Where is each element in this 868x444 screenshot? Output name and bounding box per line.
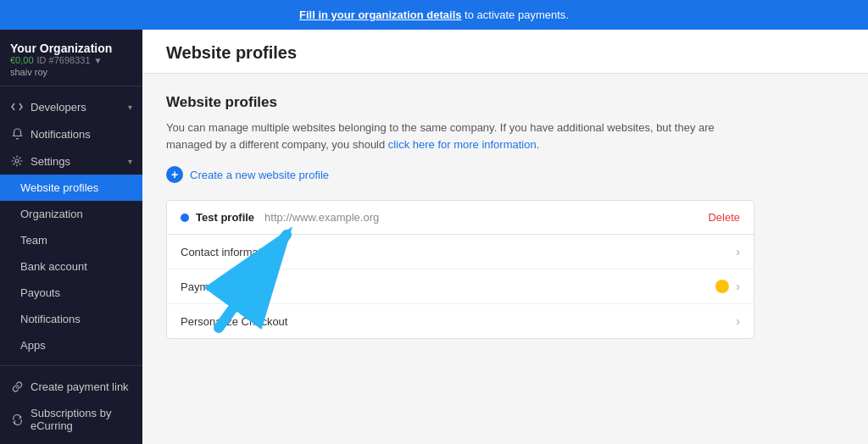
sidebar-item-apps[interactable]: Apps xyxy=(0,332,142,358)
profile-status-dot xyxy=(181,214,189,222)
sidebar-item-label: Developers xyxy=(31,101,86,114)
link-icon xyxy=(10,380,24,393)
section-description: You can manage multiple websites belongi… xyxy=(166,119,754,153)
sidebar-item-settings[interactable]: Settings ▾ xyxy=(0,147,142,175)
content-area: Website profiles Website profiles You ca… xyxy=(142,30,868,444)
sidebar-item-organization[interactable]: Organization xyxy=(0,201,142,227)
chevron-right-icon: › xyxy=(736,245,740,258)
sidebar-item-subscriptions[interactable]: Subscriptions by eCurring xyxy=(0,400,142,439)
sidebar-item-developers[interactable]: Developers ▾ xyxy=(0,93,142,120)
create-profile-label: Create a new website profile xyxy=(190,169,329,181)
code-icon xyxy=(10,100,24,114)
sidebar-item-label: Team xyxy=(20,234,47,247)
sidebar-item-label: Notifications xyxy=(31,128,91,141)
profile-row-label: Personalize Checkout xyxy=(181,315,736,328)
sidebar-item-team[interactable]: Team xyxy=(0,227,142,253)
activation-banner: Fill in your organization details to act… xyxy=(0,0,868,30)
sidebar-item-label: Organization xyxy=(20,208,83,220)
org-section[interactable]: Your Organization €0,00 ID #7698331 ▼ sh… xyxy=(0,30,142,86)
sidebar-item-visit-help[interactable]: ? Visit help center xyxy=(0,439,142,444)
sidebar: Your Organization €0,00 ID #7698331 ▼ sh… xyxy=(0,30,142,444)
profile-row-contact[interactable]: Contact information › xyxy=(167,235,754,269)
chevron-down-icon: ▼ xyxy=(94,56,103,65)
sidebar-item-label: Payouts xyxy=(20,286,60,299)
profile-row-label: Payment methods xyxy=(181,280,710,293)
sidebar-item-label: Subscriptions by eCurring xyxy=(31,407,132,432)
sidebar-item-label: Create payment link xyxy=(31,380,129,393)
svg-point-0 xyxy=(15,159,19,163)
sidebar-nav: Developers ▾ Notifications Settings ▾ xyxy=(0,86,142,365)
profile-row-label: Contact information xyxy=(181,246,736,258)
sidebar-item-label: Apps xyxy=(20,339,46,352)
profile-header: Test profile http://www.example.org Dele… xyxy=(167,201,754,235)
gear-icon xyxy=(10,154,24,168)
plus-icon: + xyxy=(166,166,183,183)
content-inner: Website profiles You can manage multiple… xyxy=(142,74,778,359)
sidebar-item-create-payment-link[interactable]: Create payment link xyxy=(0,373,142,400)
sidebar-item-notifications-sub[interactable]: Notifications xyxy=(0,306,142,332)
sidebar-item-label: Notifications xyxy=(20,313,81,325)
activation-link[interactable]: Fill in your organization details xyxy=(299,8,461,21)
profile-delete-button[interactable]: Delete xyxy=(708,211,740,224)
org-id: ID #7698331 xyxy=(37,55,91,65)
org-user: shaiv roy xyxy=(10,67,132,77)
profile-url: http://www.example.org xyxy=(264,211,379,224)
sidebar-item-bank-account[interactable]: Bank account xyxy=(0,253,142,280)
profile-row-personalize[interactable]: Personalize Checkout › xyxy=(167,304,754,338)
bell-icon xyxy=(10,127,24,141)
chevron-right-icon: › xyxy=(736,314,740,328)
chevron-right-icon: ▾ xyxy=(128,103,132,112)
warning-badge xyxy=(715,280,729,293)
chevron-right-icon: › xyxy=(736,280,740,293)
org-balance: €0,00 xyxy=(10,55,34,65)
sidebar-item-payouts[interactable]: Payouts xyxy=(0,280,142,306)
create-profile-button[interactable]: + Create a new website profile xyxy=(166,166,754,183)
sidebar-item-label: Bank account xyxy=(20,260,87,273)
org-name: Your Organization xyxy=(10,42,132,55)
page-title: Website profiles xyxy=(166,43,844,63)
refresh-icon xyxy=(10,413,24,426)
more-info-link[interactable]: click here for more information xyxy=(388,138,537,151)
sidebar-item-website-profiles[interactable]: Website profiles xyxy=(0,175,142,201)
sidebar-item-label: Settings xyxy=(31,155,70,168)
profile-name: Test profile xyxy=(196,211,254,224)
sidebar-item-notifications-top[interactable]: Notifications xyxy=(0,120,142,147)
profile-row-payment-methods[interactable]: Payment methods › xyxy=(167,269,754,304)
sidebar-bottom: Create payment link Subscriptions by eCu… xyxy=(0,365,142,444)
profile-card: Test profile http://www.example.org Dele… xyxy=(166,200,754,339)
section-title: Website profiles xyxy=(166,94,754,111)
sidebar-item-label: Website profiles xyxy=(20,181,98,194)
page-header: Website profiles xyxy=(142,30,868,74)
chevron-right-icon: ▾ xyxy=(128,157,132,166)
